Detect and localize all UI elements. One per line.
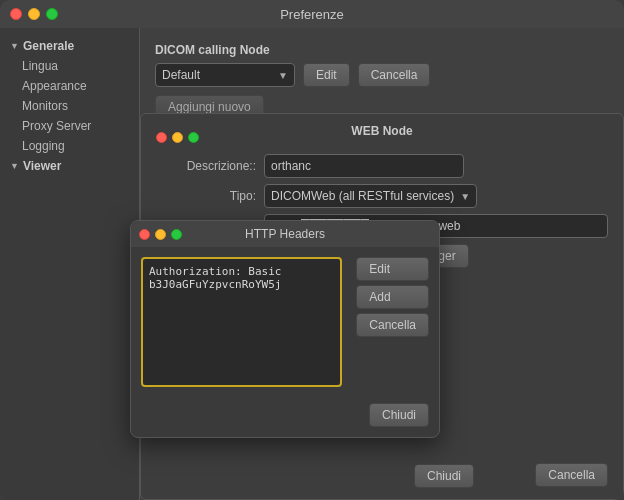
http-headers-minimize-btn[interactable]	[155, 229, 166, 240]
triangle-viewer-icon: ▼	[10, 161, 19, 171]
headers-content-area: Authorization: Basic b3J0aGFuYzpvcnRoYW5…	[141, 257, 429, 387]
http-headers-footer: Chiudi	[131, 397, 439, 437]
sidebar-item-proxy-server[interactable]: Proxy Server	[0, 116, 139, 136]
web-node-maximize-button[interactable]	[188, 132, 199, 143]
tipo-row: Tipo: DICOMWeb (all RESTful services) ▼	[156, 184, 608, 208]
close-button[interactable]	[10, 8, 22, 20]
tipo-dropdown[interactable]: DICOMWeb (all RESTful services) ▼	[264, 184, 477, 208]
headers-list: Authorization: Basic b3J0aGFuYzpvcnRoYW5…	[149, 265, 334, 379]
dropdown-arrow-icon: ▼	[278, 70, 288, 81]
descrizione-input[interactable]	[264, 154, 464, 178]
sidebar-item-logging[interactable]: Logging	[0, 136, 139, 156]
tipo-dropdown-arrow-icon: ▼	[460, 191, 470, 202]
maximize-button[interactable]	[46, 8, 58, 20]
dicom-cancel-button[interactable]: Cancella	[358, 63, 431, 87]
http-headers-body: Authorization: Basic b3J0aGFuYzpvcnRoYW5…	[131, 247, 439, 397]
http-headers-titlebar-buttons	[139, 229, 182, 240]
headers-action-buttons: Edit Add Cancella	[356, 257, 429, 387]
headers-cancel-button[interactable]: Cancella	[356, 313, 429, 337]
headers-edit-button[interactable]: Edit	[356, 257, 429, 281]
web-node-cancel-button[interactable]: Cancella	[535, 463, 608, 487]
headers-list-box: Authorization: Basic b3J0aGFuYzpvcnRoYW5…	[141, 257, 342, 387]
http-headers-close-btn[interactable]	[139, 229, 150, 240]
sidebar-item-lingua[interactable]: Lingua	[0, 56, 139, 76]
web-node-title: WEB Node	[156, 124, 608, 138]
sidebar-item-monitors[interactable]: Monitors	[0, 96, 139, 116]
minimize-button[interactable]	[28, 8, 40, 20]
dicom-calling-row: Default ▼ Edit Cancella	[155, 63, 609, 87]
list-item: Authorization: Basic b3J0aGFuYzpvcnRoYW5…	[149, 265, 334, 291]
tipo-label: Tipo:	[156, 189, 256, 203]
triangle-generale-icon: ▼	[10, 41, 19, 51]
dicom-calling-dropdown[interactable]: Default ▼	[155, 63, 295, 87]
http-headers-maximize-btn[interactable]	[171, 229, 182, 240]
descrizione-label: Descrizione::	[156, 159, 256, 173]
sidebar-section-viewer[interactable]: ▼ Viewer	[0, 156, 139, 176]
dicom-calling-section: DICOM calling Node Default ▼ Edit Cancel…	[155, 43, 609, 119]
title-bar: Preferenze	[0, 0, 624, 28]
http-headers-close-button[interactable]: Chiudi	[369, 403, 429, 427]
sidebar: ▼ Generale Lingua Appearance Monitors Pr…	[0, 28, 140, 500]
sidebar-section-generale[interactable]: ▼ Generale	[0, 36, 139, 56]
dicom-edit-button[interactable]: Edit	[303, 63, 350, 87]
http-headers-title: HTTP Headers	[245, 227, 325, 241]
web-node-minimize-button[interactable]	[172, 132, 183, 143]
sidebar-item-appearance[interactable]: Appearance	[0, 76, 139, 96]
dicom-calling-label: DICOM calling Node	[155, 43, 609, 57]
chiudi-area: Chiudi	[414, 464, 474, 488]
web-node-bottom-buttons: Cancella	[535, 463, 608, 487]
web-node-close-button[interactable]	[156, 132, 167, 143]
title-bar-buttons	[10, 8, 58, 20]
main-chiudi-button[interactable]: Chiudi	[414, 464, 474, 488]
descrizione-row: Descrizione::	[156, 154, 608, 178]
headers-add-button[interactable]: Add	[356, 285, 429, 309]
window-title: Preferenze	[280, 7, 344, 22]
http-headers-window: HTTP Headers Authorization: Basic b3J0aG…	[130, 220, 440, 438]
http-headers-titlebar: HTTP Headers	[131, 221, 439, 247]
